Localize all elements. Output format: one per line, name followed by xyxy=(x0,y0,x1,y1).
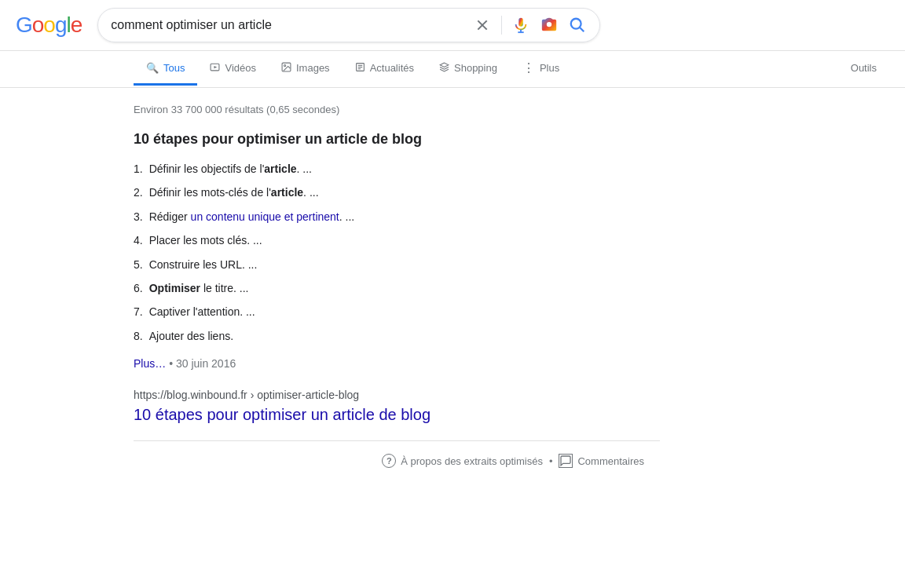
list-item: 4. Placer les mots clés. ... xyxy=(134,228,652,252)
tabs-nav: 🔍 Tous Vidéos Images Actualités Shopping… xyxy=(0,51,905,88)
tab-plus[interactable]: ⋮ Plus xyxy=(510,51,572,87)
tab-outils-label: Outils xyxy=(851,62,877,74)
tab-shopping[interactable]: Shopping xyxy=(427,53,510,86)
list-item: 1. Définir les objectifs de l'article. .… xyxy=(134,157,652,181)
google-logo[interactable]: Google xyxy=(16,13,82,38)
svg-point-9 xyxy=(284,64,286,66)
snippet-more: Plus… • 30 juin 2016 xyxy=(134,357,652,370)
tab-images-label: Images xyxy=(296,62,330,74)
search-bar: comment optimiser un article xyxy=(97,8,600,42)
tab-plus-icon: ⋮ xyxy=(522,60,535,75)
list-item: 7. Captiver l'attention. ... xyxy=(134,300,652,323)
list-item: 6. Optimiser le titre. ... xyxy=(134,276,652,300)
snippet-link-contenu[interactable]: un contenu unique et pertinent xyxy=(191,210,339,223)
main-content: Environ 33 700 000 résultats (0,65 secon… xyxy=(0,88,676,496)
list-item: 2. Définir les mots-clés de l'article. .… xyxy=(134,181,652,204)
tab-actualites-label: Actualités xyxy=(370,62,414,74)
tab-shopping-label: Shopping xyxy=(454,62,497,74)
question-icon: ? xyxy=(382,454,396,468)
search-button[interactable] xyxy=(568,16,587,35)
tab-tous-label: Tous xyxy=(163,62,185,74)
tab-plus-label: Plus xyxy=(540,62,559,74)
commentaires[interactable]: Commentaires xyxy=(559,454,644,468)
camera-button[interactable] xyxy=(540,16,559,35)
microphone-icon xyxy=(512,16,529,34)
about-snippets-label: À propos des extraits optimisés xyxy=(401,455,543,467)
svg-point-4 xyxy=(571,19,581,29)
list-item: 8. Ajouter des liens. xyxy=(134,324,652,348)
featured-snippet: 10 étapes pour optimiser un article de b… xyxy=(134,131,652,370)
about-snippets[interactable]: ? À propos des extraits optimisés xyxy=(382,454,543,468)
result-title-link[interactable]: 10 étapes pour optimiser un article de b… xyxy=(134,406,431,423)
results-count: Environ 33 700 000 résultats (0,65 secon… xyxy=(134,104,660,115)
svg-point-3 xyxy=(547,22,551,27)
footer-bar: ? À propos des extraits optimisés • Comm… xyxy=(134,440,660,480)
tab-images-icon xyxy=(281,62,291,75)
tab-tous-icon: 🔍 xyxy=(146,62,159,74)
snippet-list: 1. Définir les objectifs de l'article. .… xyxy=(134,157,652,348)
list-item: 3. Rédiger un contenu unique et pertinen… xyxy=(134,205,652,228)
list-item: 5. Construire les URL. ... xyxy=(134,253,652,276)
tab-images[interactable]: Images xyxy=(269,53,343,86)
tab-outils[interactable]: Outils xyxy=(838,53,889,86)
header: Google comment optimiser un article xyxy=(0,0,905,51)
svg-rect-0 xyxy=(519,18,524,27)
result-block: https://blog.winbound.fr › optimiser-art… xyxy=(134,389,652,425)
search-icons xyxy=(473,16,587,35)
search-icon xyxy=(569,16,586,34)
search-input[interactable]: comment optimiser un article xyxy=(111,18,465,32)
clear-button[interactable] xyxy=(473,16,492,35)
svg-marker-7 xyxy=(214,65,218,68)
snippet-more-link[interactable]: Plus… xyxy=(134,357,166,370)
clear-icon xyxy=(476,19,489,31)
svg-line-5 xyxy=(580,27,584,32)
tab-tous[interactable]: 🔍 Tous xyxy=(134,53,197,86)
tab-actualites-icon xyxy=(355,62,365,75)
divider xyxy=(501,16,502,35)
tab-actualites[interactable]: Actualités xyxy=(343,53,427,86)
tab-shopping-icon xyxy=(439,62,449,75)
result-url: https://blog.winbound.fr › optimiser-art… xyxy=(134,389,652,401)
camera-icon xyxy=(540,16,558,34)
tab-videos-label: Vidéos xyxy=(225,62,256,74)
footer-separator: • xyxy=(549,455,553,467)
tab-videos[interactable]: Vidéos xyxy=(197,53,269,86)
comment-icon xyxy=(559,454,573,468)
microphone-button[interactable] xyxy=(511,16,530,35)
commentaires-label: Commentaires xyxy=(577,455,644,467)
tab-videos-icon xyxy=(210,62,220,75)
snippet-title: 10 étapes pour optimiser un article de b… xyxy=(134,131,652,148)
